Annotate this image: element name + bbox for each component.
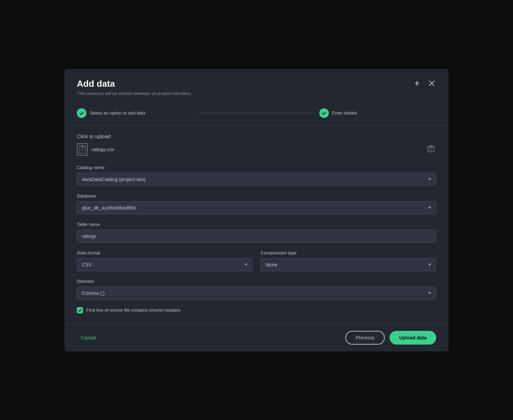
catalog-name-select[interactable]: AwsDataCatalog (project.iam) xyxy=(77,173,436,186)
footer-right-buttons: Previous Upload data xyxy=(345,331,436,345)
delimiter-label: Delimiter xyxy=(77,279,436,284)
cancel-button[interactable]: Cancel xyxy=(77,332,100,343)
upload-section-label: Click to upload xyxy=(77,133,436,139)
previous-button[interactable]: Previous xyxy=(345,331,384,345)
dialog-header: Add data This resource will be shared be… xyxy=(64,69,449,102)
database-label: Database xyxy=(77,193,436,199)
delimiter-select[interactable]: Comma (,) xyxy=(77,287,436,300)
table-name-group: Table name xyxy=(77,222,436,243)
delimiter-group: Delimiter Comma (,) xyxy=(77,279,436,300)
back-button[interactable] xyxy=(412,79,422,88)
step-2-label: Enter details xyxy=(332,110,357,116)
compression-type-select-wrapper: None xyxy=(261,258,436,271)
compression-type-group: Compression type None xyxy=(261,250,436,271)
delete-file-button[interactable] xyxy=(426,143,436,156)
file-icon xyxy=(77,143,88,156)
data-format-select[interactable]: CSV xyxy=(77,258,252,271)
svg-rect-2 xyxy=(428,147,434,152)
catalog-name-group: Catalog name AwsDataCatalog (project.iam… xyxy=(77,165,436,186)
upload-data-button[interactable]: Upload data xyxy=(390,331,436,345)
catalog-name-label: Catalog name xyxy=(77,165,436,170)
data-format-label: Data format xyxy=(77,250,252,255)
column-headers-checkbox[interactable] xyxy=(77,307,83,313)
catalog-name-select-wrapper: AwsDataCatalog (project.iam) xyxy=(77,173,436,186)
step-1: Select an option to add data xyxy=(77,108,194,118)
compression-type-select[interactable]: None xyxy=(261,258,436,271)
data-format-select-wrapper: CSV xyxy=(77,258,252,271)
file-info: ratings.csv xyxy=(77,143,114,156)
database-select[interactable]: glue_db_ayy8xobkasf66x xyxy=(77,201,436,214)
steps-bar: Select an option to add data Enter detai… xyxy=(64,102,449,125)
checkbox-row: First line of source file contains colum… xyxy=(77,307,436,313)
dialog-overlay: Add data This resource will be shared be… xyxy=(0,0,513,420)
format-compression-row: Data format CSV Compression type None xyxy=(77,250,436,279)
file-row: ratings.csv xyxy=(77,143,436,156)
close-button[interactable] xyxy=(427,79,436,88)
step-2-circle xyxy=(319,108,329,118)
dialog-title: Add data xyxy=(77,79,192,89)
table-name-label: Table name xyxy=(77,222,436,227)
file-name: ratings.csv xyxy=(91,147,114,152)
step-2: Enter details xyxy=(319,108,436,118)
step-1-label: Select an option to add data xyxy=(90,110,145,116)
step-divider xyxy=(198,113,315,113)
add-data-dialog: Add data This resource will be shared be… xyxy=(64,69,449,351)
step-1-circle xyxy=(77,108,86,118)
checkbox-label: First line of source file contains colum… xyxy=(86,308,181,313)
database-select-wrapper: glue_db_ayy8xobkasf66x xyxy=(77,201,436,214)
delimiter-select-wrapper: Comma (,) xyxy=(77,287,436,300)
dialog-subtitle: This resource will be shared between all… xyxy=(77,91,192,96)
header-icons xyxy=(412,79,436,88)
data-format-group: Data format CSV xyxy=(77,250,252,271)
compression-type-label: Compression type xyxy=(261,250,436,255)
dialog-footer: Cancel Previous Upload data xyxy=(64,324,449,351)
table-name-input[interactable] xyxy=(77,230,436,243)
dialog-body: Click to upload ratings.csv xyxy=(64,125,449,324)
title-block: Add data This resource will be shared be… xyxy=(77,79,192,96)
database-group: Database glue_db_ayy8xobkasf66x xyxy=(77,193,436,214)
